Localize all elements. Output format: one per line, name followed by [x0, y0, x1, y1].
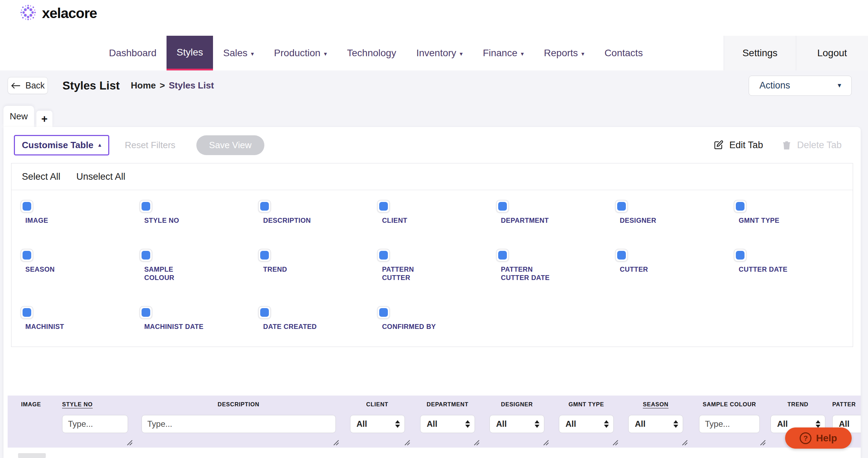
filter-column-sample-colour: SAMPLE COLOUR — [690, 401, 768, 448]
column-header-sample-colour: SAMPLE COLOUR — [703, 401, 756, 411]
column-resize-grip[interactable] — [333, 439, 340, 446]
edit-tab-button[interactable]: Edit Tab — [713, 140, 763, 151]
nav-item-technology[interactable]: Technology — [337, 36, 406, 70]
filter-select-client[interactable]: All — [350, 415, 405, 433]
column-toggle-label: DATE CREATED — [263, 322, 323, 331]
column-toggle-date-created: DATE CREATED — [258, 306, 377, 331]
column-resize-grip[interactable] — [473, 439, 480, 446]
customise-panel-header: Select All Unselect All — [11, 163, 853, 190]
filter-select-department[interactable]: All — [420, 415, 475, 433]
help-label: Help — [816, 433, 837, 444]
select-all-link[interactable]: Select All — [22, 171, 60, 182]
checkbox-machinist-date[interactable] — [139, 306, 152, 319]
checkbox-checked-fill — [142, 251, 150, 260]
brand-logo-icon — [19, 3, 37, 23]
column-header-image: IMAGE — [21, 401, 41, 411]
nav-item-finance[interactable]: Finance ▾ — [473, 36, 534, 70]
column-toggle-label: DEPARTMENT — [501, 216, 561, 224]
checkbox-checked-fill — [142, 202, 150, 211]
checkbox-cutter-date[interactable] — [734, 249, 747, 262]
column-toggle-label: DESIGNER — [620, 216, 680, 224]
nav-item-inventory[interactable]: Inventory ▾ — [406, 36, 473, 70]
page-title: Styles List — [62, 79, 120, 92]
checkbox-pattern-cutter[interactable] — [377, 249, 390, 262]
nav-item-label: Production — [274, 48, 321, 59]
filter-input-style-no[interactable] — [62, 415, 128, 433]
checkbox-confirmed-by[interactable] — [377, 306, 390, 319]
filter-input-description[interactable] — [142, 415, 336, 433]
nav-item-sales[interactable]: Sales ▾ — [213, 36, 264, 70]
column-header-style-no[interactable]: STYLE NO — [62, 401, 93, 411]
nav-item-logout[interactable]: Logout — [796, 36, 868, 70]
filter-select-season[interactable]: All — [628, 415, 683, 433]
back-button[interactable]: Back — [8, 77, 48, 94]
filter-select-value: All — [635, 419, 646, 429]
checkbox-description[interactable] — [258, 200, 271, 213]
checkbox-client[interactable] — [377, 200, 390, 213]
page-title-bar: Back Styles List Home > Styles List Acti… — [0, 70, 868, 101]
customise-columns-panel: Select All Unselect All IMAGE STYLE NO D… — [11, 163, 853, 347]
filter-input-sample-colour[interactable] — [699, 415, 760, 433]
reset-filters-button[interactable]: Reset Filters — [125, 140, 176, 151]
filter-select-gmnt-type[interactable]: All — [559, 415, 614, 433]
panel-table-gap — [3, 347, 861, 396]
nav-item-dashboard[interactable]: Dashboard — [99, 36, 167, 70]
column-toggle-machinist: MACHINIST — [20, 306, 139, 331]
nav-item-settings[interactable]: Settings — [724, 36, 796, 70]
unselect-all-link[interactable]: Unselect All — [76, 171, 125, 182]
checkbox-gmnt-type[interactable] — [734, 200, 747, 213]
filter-column-style-no: STYLE NO — [54, 401, 135, 448]
checkbox-style-no[interactable] — [139, 200, 152, 213]
breadcrumb-current: Styles List — [169, 80, 214, 91]
tab-new[interactable]: New — [3, 106, 34, 127]
column-resize-grip[interactable] — [404, 439, 411, 446]
checkbox-season[interactable] — [20, 249, 33, 262]
breadcrumb-home-link[interactable]: Home — [131, 80, 156, 91]
spinner-arrows-icon — [465, 420, 470, 428]
filter-select-value: All — [357, 419, 367, 429]
column-resize-grip[interactable] — [759, 439, 766, 446]
checkbox-checked-fill — [260, 251, 269, 260]
checkbox-checked-fill — [498, 251, 507, 260]
checkbox-date-created[interactable] — [258, 306, 271, 319]
delete-tab-button[interactable]: Delete Tab — [782, 140, 842, 151]
filter-select-designer[interactable]: All — [490, 415, 544, 433]
nav-item-label: Finance — [483, 48, 518, 59]
save-view-button[interactable]: Save View — [196, 135, 264, 155]
edit-pencil-icon — [713, 140, 724, 150]
nav-item-contacts[interactable]: Contacts — [594, 36, 653, 70]
checkbox-designer[interactable] — [615, 200, 628, 213]
styles-list-card: Customise Table ▴ Reset Filters Save Vie… — [3, 127, 861, 458]
checkbox-machinist[interactable] — [20, 306, 33, 319]
brand-logo[interactable]: xelacore — [19, 3, 97, 23]
column-resize-grip[interactable] — [126, 439, 133, 446]
column-toggle-season: SEASON — [20, 249, 139, 282]
column-resize-grip[interactable] — [543, 439, 550, 446]
checkbox-image[interactable] — [20, 200, 33, 213]
nav-item-production[interactable]: Production ▾ — [264, 36, 337, 70]
actions-dropdown[interactable]: Actions ▼ — [749, 76, 852, 96]
filter-column-image: IMAGE — [8, 401, 54, 448]
column-toggle-image: IMAGE — [20, 200, 139, 224]
chevron-down-icon: ▾ — [324, 50, 327, 58]
column-header-season[interactable]: SEASON — [643, 401, 669, 411]
checkbox-checked-fill — [617, 251, 626, 260]
column-toggle-department: DEPARTMENT — [496, 200, 615, 224]
column-toggle-label: MACHINIST DATE — [144, 322, 204, 331]
filter-column-designer: DESIGNER All — [482, 401, 552, 448]
checkbox-department[interactable] — [496, 200, 509, 213]
column-resize-grip[interactable] — [612, 439, 619, 446]
checkbox-pattern-cutter-date[interactable] — [496, 249, 509, 262]
column-toggle-label: CUTTER — [620, 265, 680, 273]
column-resize-grip[interactable] — [681, 439, 688, 446]
add-tab-button[interactable]: + — [36, 111, 52, 127]
nav-item-reports[interactable]: Reports ▾ — [534, 36, 595, 70]
checkbox-trend[interactable] — [258, 249, 271, 262]
checkbox-sample-colour[interactable] — [139, 249, 152, 262]
checkbox-cutter[interactable] — [615, 249, 628, 262]
table-toolbar: Customise Table ▴ Reset Filters Save Vie… — [3, 127, 861, 163]
spinner-arrows-icon — [395, 420, 400, 428]
customise-table-button[interactable]: Customise Table ▴ — [14, 135, 109, 155]
nav-item-styles[interactable]: Styles — [167, 36, 213, 70]
help-button[interactable]: ? Help — [785, 427, 852, 449]
